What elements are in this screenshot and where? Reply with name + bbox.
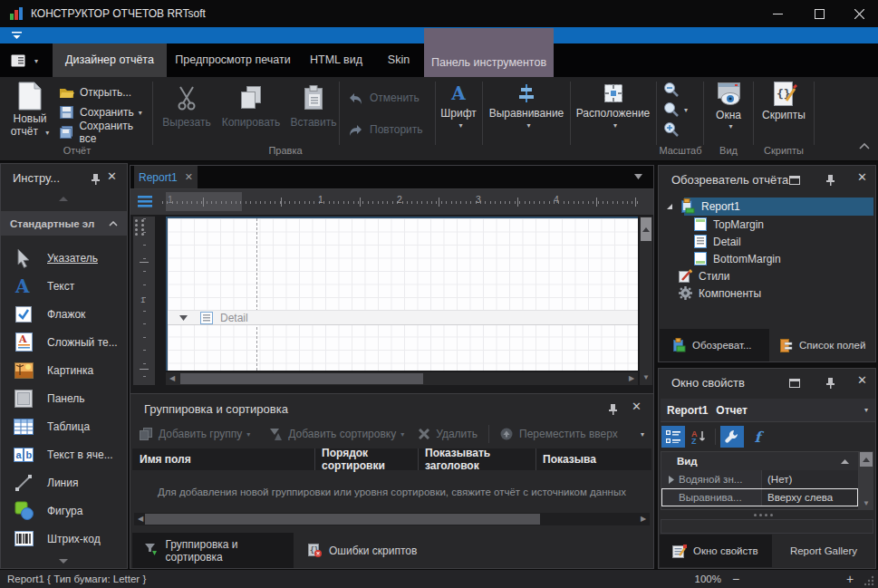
pin-icon[interactable] — [608, 404, 618, 415]
column-header[interactable]: Порядок сортировки — [315, 447, 418, 472]
pin-icon[interactable] — [825, 175, 835, 186]
column-header[interactable]: Показыва — [536, 453, 651, 466]
arrange-button[interactable]: Расположение ▾ — [571, 80, 655, 130]
open-button[interactable]: Открыть... — [60, 82, 150, 102]
tab-properties[interactable]: Окно свойств — [660, 535, 772, 567]
object-selector[interactable]: Report1 Отчет ▾ — [661, 399, 875, 422]
paste-button[interactable]: Вставить — [286, 80, 341, 129]
add-group-button[interactable]: Добавить группу▾ — [140, 428, 250, 440]
tree-item-bottommargin[interactable]: BottomMargin — [661, 250, 875, 267]
scripts-button[interactable]: {} Скрипты — [757, 80, 810, 121]
zoom-button[interactable]: ▾ — [663, 100, 700, 120]
canvas-h-scrollbar[interactable]: ◀ ▶ — [166, 372, 638, 385]
resize-grip-icon[interactable] — [864, 575, 874, 585]
toolbox-item-barcode[interactable]: Штрих-код — [1, 525, 127, 553]
tab-skin[interactable]: Skin — [373, 43, 424, 77]
tab-toolbox-highlighted[interactable]: Панель инструментов — [424, 28, 554, 77]
close-icon[interactable]: ✕ — [107, 169, 117, 183]
column-header[interactable]: Имя поля — [132, 453, 314, 466]
tree-item-styles[interactable]: Стили — [661, 267, 875, 284]
pin-icon[interactable] — [91, 174, 101, 185]
band-menu-icon[interactable] — [138, 196, 152, 207]
toolbox-item-table[interactable]: Таблица — [1, 412, 127, 440]
maximize-button[interactable] — [799, 0, 839, 27]
tree-item-components[interactable]: Компоненты — [661, 284, 875, 302]
column-header[interactable]: Показывать заголовок — [419, 447, 535, 472]
tab-field-list[interactable]: Список полей — [769, 329, 875, 361]
close-icon[interactable]: ✕ — [857, 373, 867, 387]
canvas-v-scrollbar[interactable]: ▼ — [640, 217, 652, 385]
maximize-panel-icon[interactable] — [789, 379, 800, 388]
scrollbar-thumb[interactable] — [860, 452, 873, 467]
grouping-h-scrollbar[interactable]: ◀ ▶ — [134, 513, 650, 525]
tree-item-report1[interactable]: Report1 — [661, 198, 875, 215]
add-sort-button[interactable]: Добавить сортировку▾ — [270, 428, 404, 440]
minimize-button[interactable] — [757, 0, 797, 27]
zoom-in-button[interactable] — [663, 120, 700, 140]
close-button[interactable] — [839, 0, 878, 27]
close-icon[interactable]: ✕ — [185, 171, 193, 183]
scroll-left-icon: ◀ — [168, 372, 177, 385]
font-button[interactable]: A Шрифт ▾ — [438, 80, 479, 130]
copy-button[interactable]: Копировать — [219, 80, 283, 129]
qat-customize-icon[interactable] — [12, 31, 22, 40]
move-up-button[interactable]: Переместить вверх — [500, 428, 618, 440]
tab-report-explorer[interactable]: Обозреват... — [660, 329, 769, 361]
tab-print-preview[interactable]: Предпросмотр печати — [167, 43, 299, 77]
app-menu-button[interactable]: ▾ — [11, 50, 47, 72]
tab-list-dropdown-icon[interactable] — [634, 174, 642, 179]
alignment-button[interactable]: Выравнивание ▾ — [484, 80, 569, 130]
detail-band-header[interactable]: Detail — [168, 310, 638, 325]
toolbox-item-pointer[interactable]: Указатель — [1, 244, 127, 272]
scroll-up-icon[interactable] — [59, 197, 68, 201]
tab-grouping-sorting[interactable]: Группировка и сортировка — [132, 533, 294, 568]
properties-scrollbar[interactable]: ▼ — [859, 451, 873, 510]
toolbox-item-richtext[interactable]: A Сложный те... — [1, 328, 127, 356]
properties-view-button[interactable] — [720, 426, 744, 448]
alphabetical-view-button[interactable]: AZ — [687, 426, 710, 448]
chevron-down-icon: ▾ — [442, 121, 479, 130]
new-report-button[interactable]: Новый отчёт ▾ — [5, 80, 54, 138]
toolbar-overflow-icon[interactable]: ▾ — [641, 430, 644, 439]
categorized-view-button[interactable] — [661, 426, 685, 448]
scrollbar-thumb[interactable] — [641, 217, 651, 241]
collapse-ribbon-icon[interactable] — [859, 142, 870, 149]
tab-script-errors[interactable]: {} Ошибки скриптов — [295, 533, 431, 568]
scrollbar-thumb[interactable] — [145, 514, 540, 525]
save-all-button[interactable]: Сохранить все — [60, 122, 150, 142]
document-tab-report1[interactable]: Report1 ✕ — [134, 166, 198, 188]
tab-report-designer[interactable]: Дизайнер отчёта — [53, 43, 167, 77]
delete-button[interactable]: Удалить — [419, 428, 478, 440]
scroll-down-icon[interactable] — [59, 559, 68, 564]
close-icon[interactable]: ✕ — [632, 400, 642, 413]
toolbox-section-header[interactable]: Стандартные эл — [1, 211, 127, 236]
scrollbar-thumb[interactable] — [180, 373, 423, 384]
tab-html-view[interactable]: HTML вид — [299, 43, 373, 77]
tree-item-topmargin[interactable]: TopMargin — [661, 216, 875, 233]
report-canvas[interactable]: Detail — [166, 217, 638, 371]
close-icon[interactable]: ✕ — [857, 170, 867, 184]
tree-item-detail[interactable]: Detail — [661, 233, 875, 250]
property-row-watermark[interactable]: Водяной зн... (Нет) — [661, 470, 858, 488]
redo-button[interactable]: Повторить — [348, 118, 434, 141]
toolbox-item-panel[interactable]: Панель — [1, 384, 127, 412]
events-view-button[interactable]: f — [746, 426, 769, 448]
property-group-row[interactable]: Вид — [661, 452, 858, 470]
windows-button[interactable]: Окна ▾ — [706, 80, 751, 130]
toolbox-item-text-in-cells[interactable]: ab Текст в яче... — [1, 440, 127, 468]
zoom-in-button[interactable]: + — [846, 572, 854, 586]
splitter-handle[interactable] — [754, 514, 781, 516]
toolbox-item-checkbox[interactable]: Флажок — [1, 300, 127, 328]
pin-icon[interactable] — [825, 378, 835, 389]
toolbox-item-line[interactable]: Линия — [1, 468, 127, 496]
toolbox-item-shape[interactable]: Фигура — [1, 496, 127, 525]
toolbox-item-text[interactable]: A Текст — [1, 272, 127, 300]
undo-button[interactable]: Отменить — [348, 86, 434, 110]
tab-report-gallery[interactable]: Report Gallery — [772, 535, 875, 567]
zoom-out-button[interactable]: − — [732, 572, 739, 586]
cut-button[interactable]: Вырезать — [161, 80, 212, 129]
toolbox-item-picture[interactable]: Картинка — [1, 356, 127, 384]
property-row-alignment[interactable]: Выравнива... Вверху слева — [661, 488, 858, 506]
zoom-out-button[interactable] — [663, 80, 700, 100]
maximize-panel-icon[interactable] — [789, 176, 800, 185]
